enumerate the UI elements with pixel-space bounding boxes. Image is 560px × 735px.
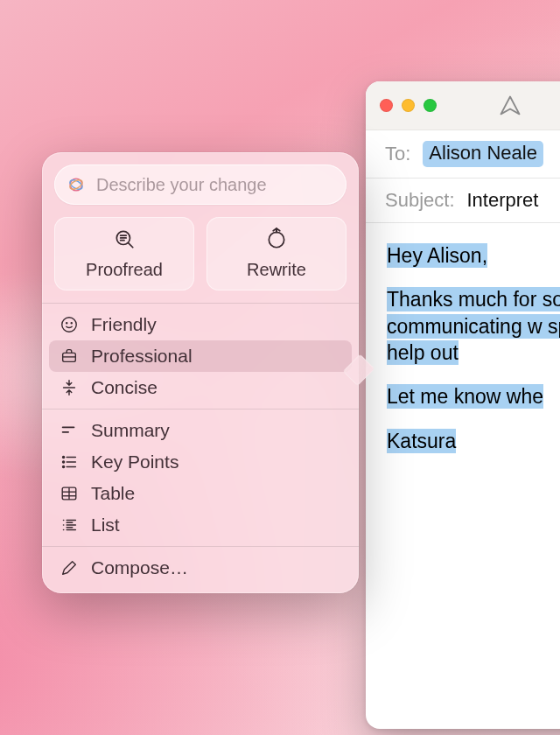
tone-friendly[interactable]: Friendly: [49, 309, 352, 340]
table-icon: [60, 484, 79, 503]
smiley-icon: [60, 315, 79, 334]
subject-value: Interpret: [467, 189, 539, 212]
briefcase-icon: [60, 346, 79, 366]
tone-professional-label: Professional: [91, 346, 192, 367]
proofread-label: Proofread: [86, 260, 163, 280]
compress-icon: [60, 378, 79, 397]
subject-label: Subject:: [385, 189, 455, 212]
transform-keypoints-label: Key Points: [91, 452, 178, 472]
tone-friendly-label: Friendly: [91, 314, 157, 335]
mail-body[interactable]: Hey Alison, Thanks much for something yo…: [366, 223, 560, 491]
mail-compose-window: To: Alison Neale Subject: Interpret Hey …: [366, 81, 560, 729]
window-titlebar: [366, 81, 560, 130]
send-icon[interactable]: [498, 94, 522, 118]
writing-tools-popover: Proofread Rewrite: [42, 152, 359, 593]
describe-change-input-wrap[interactable]: [54, 164, 346, 205]
rewrite-button[interactable]: Rewrite: [206, 217, 346, 290]
svg-point-18: [63, 457, 65, 458]
divider: [42, 303, 359, 304]
body-paragraph: Thanks much for something you're communi…: [387, 287, 560, 365]
keypoints-icon: [60, 452, 79, 472]
compose-label: Compose…: [91, 557, 188, 578]
svg-line-4: [129, 243, 133, 248]
svg-point-10: [62, 318, 77, 332]
svg-point-8: [269, 232, 284, 247]
svg-point-19: [63, 461, 65, 463]
to-label: To:: [385, 143, 410, 165]
tone-professional[interactable]: Professional: [49, 340, 352, 372]
proofread-button[interactable]: Proofread: [54, 217, 194, 290]
svg-point-12: [71, 323, 72, 324]
divider: [42, 546, 359, 547]
svg-point-20: [63, 466, 65, 468]
window-traffic-lights: [380, 99, 437, 112]
pencil-icon: [60, 558, 79, 578]
list-icon: [60, 515, 79, 535]
transform-keypoints[interactable]: Key Points: [49, 446, 352, 478]
transform-table[interactable]: Table: [49, 478, 352, 509]
apple-intelligence-icon: [66, 175, 86, 194]
recipient-chip[interactable]: Alison Neale: [423, 141, 543, 167]
recipient-name: Alison Neale: [429, 142, 537, 164]
transform-summary[interactable]: Summary: [49, 415, 352, 446]
divider: [42, 409, 359, 410]
svg-point-11: [66, 323, 67, 324]
magnify-text-icon: [113, 228, 136, 255]
tone-concise-label: Concise: [91, 377, 158, 398]
body-closing: Let me know whe: [387, 384, 543, 409]
rewrite-label: Rewrite: [247, 260, 306, 280]
transform-summary-label: Summary: [91, 420, 170, 441]
describe-change-input[interactable]: [96, 175, 334, 195]
transform-list-label: List: [91, 514, 120, 536]
tone-concise[interactable]: Concise: [49, 372, 352, 403]
zoom-window-button[interactable]: [424, 99, 437, 112]
close-window-button[interactable]: [380, 99, 393, 112]
summary-icon: [60, 421, 79, 440]
compose-menuitem[interactable]: Compose…: [49, 552, 352, 584]
to-field-row[interactable]: To: Alison Neale: [366, 130, 560, 178]
transform-table-label: Table: [91, 483, 135, 504]
subject-field-row[interactable]: Subject: Interpret: [366, 178, 560, 223]
transform-list[interactable]: List: [49, 509, 352, 541]
minimize-window-button[interactable]: [402, 99, 415, 112]
body-greeting: Hey Alison,: [387, 243, 487, 268]
body-signoff: Katsura: [387, 429, 456, 453]
rewrite-icon: [265, 228, 288, 255]
